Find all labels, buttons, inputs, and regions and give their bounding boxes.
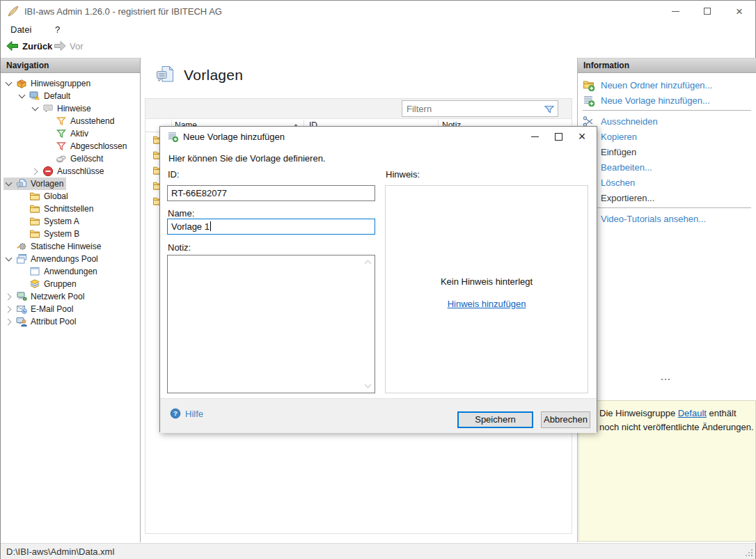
- app-window: IBI-aws Admin 1.26.0 - registriert für I…: [0, 0, 756, 559]
- hinweis-empty-text: Kein Hinweis hinterlegt: [386, 276, 588, 287]
- templates-icon: [16, 178, 27, 189]
- id-input[interactable]: RT-66E82077: [167, 185, 375, 201]
- chevron-collapsed-icon[interactable]: [5, 292, 13, 301]
- action-löschen[interactable]: Löschen: [578, 175, 756, 190]
- help-button[interactable]: ? Hilfe: [170, 408, 203, 419]
- action-neue-vorlage-hinzufügen[interactable]: Neue Vorlage hinzufügen...: [578, 93, 756, 108]
- titlebar: IBI-aws Admin 1.26.0 - registriert für I…: [1, 1, 755, 22]
- chevron-collapsed-icon[interactable]: [31, 167, 40, 175]
- tree-item-anwendungs-pool[interactable]: Anwendungs Pool: [1, 253, 140, 265]
- hinweis-panel: Kein Hinweis hinterlegt Hinweis hinzufüg…: [385, 185, 588, 393]
- tree-item-e-mail-pool[interactable]: E-Mail Pool: [1, 303, 140, 315]
- tree-item-gruppen[interactable]: Gruppen: [1, 278, 140, 290]
- scroll-down-icon[interactable]: [365, 382, 372, 389]
- default-group-link[interactable]: Default: [678, 408, 707, 418]
- navigation-panel: Navigation HinweisgruppenDefaultHinweise…: [1, 58, 141, 542]
- tree-item-hinweise[interactable]: Hinweise: [1, 102, 140, 115]
- action-video-tutorials-ansehen[interactable]: Video-Tutorials ansehen...: [578, 211, 756, 226]
- back-button[interactable]: Zurück: [6, 40, 52, 52]
- chevron-expanded-icon[interactable]: [5, 79, 13, 88]
- action-neuen-ordner-hinzufügen[interactable]: Neuen Ordner hinzufügen...: [578, 77, 756, 93]
- tree-item-system-a[interactable]: System A: [1, 215, 140, 228]
- navigation-tree: HinweisgruppenDefaultHinweiseAusstehendA…: [1, 73, 140, 328]
- tree-item-label: Ausstehend: [70, 116, 114, 126]
- action-einfügen[interactable]: Einfügen: [578, 144, 756, 159]
- tree-item-aktiv[interactable]: Aktiv: [1, 127, 140, 140]
- data-file-path: D:\IBI-aws\Admin\Data.xml: [6, 546, 114, 557]
- tree-item-label: Gelöscht: [70, 154, 103, 164]
- back-arrow-icon: [6, 40, 19, 52]
- folder-icon: [29, 203, 40, 214]
- help-icon: ?: [170, 408, 181, 419]
- close-button[interactable]: ×: [723, 1, 755, 22]
- page-title: Vorlagen: [184, 67, 243, 84]
- monitor-warning-icon: [29, 90, 40, 102]
- chevron-expanded-icon[interactable]: [31, 104, 40, 113]
- cancel-button[interactable]: Abbrechen: [541, 411, 590, 428]
- tree-item-anwendungen[interactable]: Anwendungen: [1, 265, 140, 278]
- tree-item-global[interactable]: Global: [1, 190, 140, 203]
- dialog-maximize-button[interactable]: [546, 127, 570, 146]
- tree-item-vorlagen[interactable]: Vorlagen: [1, 178, 140, 190]
- forward-button[interactable]: Vor: [54, 40, 84, 52]
- nav-toolbar: Zurück Vor: [1, 37, 755, 58]
- tree-item-label: Default: [44, 91, 70, 101]
- folder-icon: [29, 191, 40, 202]
- minimize-button[interactable]: [659, 1, 691, 22]
- maximize-button[interactable]: [691, 1, 723, 22]
- name-input[interactable]: Vorlage 1: [167, 219, 375, 235]
- dialog-minimize-icon: [531, 136, 539, 137]
- note-textarea[interactable]: [167, 255, 375, 393]
- tree-item-ausstehend[interactable]: Ausstehend: [1, 115, 140, 127]
- menu-help[interactable]: ?: [51, 24, 64, 36]
- scroll-up-icon[interactable]: [365, 259, 372, 266]
- resize-grip[interactable]: [751, 555, 753, 556]
- network-monitor-icon: [16, 291, 27, 302]
- chevron-collapsed-icon[interactable]: [5, 305, 13, 313]
- dialog-close-button[interactable]: ×: [570, 127, 594, 146]
- tree-item-label: Aktiv: [70, 129, 88, 139]
- save-button[interactable]: Speichern: [457, 411, 533, 428]
- tree-item-statische-hinweise[interactable]: Statische Hinweise: [1, 240, 140, 253]
- navigation-header: Navigation: [1, 58, 140, 73]
- action-bearbeiten[interactable]: Bearbeiten...: [578, 159, 756, 175]
- chevron-expanded-icon[interactable]: [5, 255, 13, 263]
- tree-item-system-b[interactable]: System B: [1, 228, 140, 240]
- tree-item-netzwerk-pool[interactable]: Netzwerk Pool: [1, 290, 140, 303]
- back-label: Zurück: [22, 41, 52, 52]
- panel-splitter-handle[interactable]: [661, 379, 663, 380]
- tree-item-attribut-pool[interactable]: Attribut Pool: [1, 315, 140, 328]
- filter-input[interactable]: [407, 102, 539, 115]
- chevron-expanded-icon[interactable]: [18, 92, 26, 100]
- chevron-expanded-icon[interactable]: [5, 180, 13, 188]
- tree-item-label: System A: [44, 216, 79, 226]
- email-icon: [16, 304, 27, 315]
- dialog-minimize-button[interactable]: [523, 127, 546, 146]
- chevron-spacer: [45, 129, 53, 138]
- action-ausschneiden[interactable]: Ausschneiden: [578, 113, 756, 129]
- action-label: Neuen Ordner hinzufügen...: [601, 80, 712, 90]
- tree-item-ausschlüsse[interactable]: Ausschlüsse: [1, 165, 140, 178]
- action-label: Kopieren: [601, 132, 637, 142]
- action-kopieren[interactable]: Kopieren: [578, 129, 756, 144]
- filter-funnel-icon[interactable]: [544, 104, 555, 115]
- tree-item-hinweisgruppen[interactable]: Hinweisgruppen: [1, 77, 140, 90]
- window-controls: ×: [659, 1, 755, 22]
- add-hinweis-link[interactable]: Hinweis hinzufügen: [448, 299, 526, 309]
- chevron-collapsed-icon[interactable]: [5, 317, 13, 326]
- action-exportieren[interactable]: Exportieren...: [578, 190, 756, 205]
- action-label: Video-Tutorials ansehen...: [601, 214, 706, 224]
- action-label: Ausschneiden: [601, 116, 658, 127]
- speech-bubble-icon: [42, 103, 54, 114]
- menu-datei[interactable]: Datei: [6, 24, 36, 36]
- dialog-title: Neue Vorlage hinzufügen: [183, 132, 285, 142]
- tree-item-label: Vorlagen: [31, 179, 63, 189]
- chevron-spacer: [45, 142, 53, 150]
- gear-static-icon: [16, 241, 27, 252]
- tree-item-gelöscht[interactable]: Gelöscht: [1, 152, 140, 165]
- chevron-spacer: [18, 217, 26, 226]
- app-windows-icon: [16, 253, 27, 265]
- tree-item-default[interactable]: Default: [1, 90, 140, 102]
- tree-item-abgeschlossen[interactable]: Abgeschlossen: [1, 140, 140, 152]
- tree-item-schnittstellen[interactable]: Schnittstellen: [1, 203, 140, 215]
